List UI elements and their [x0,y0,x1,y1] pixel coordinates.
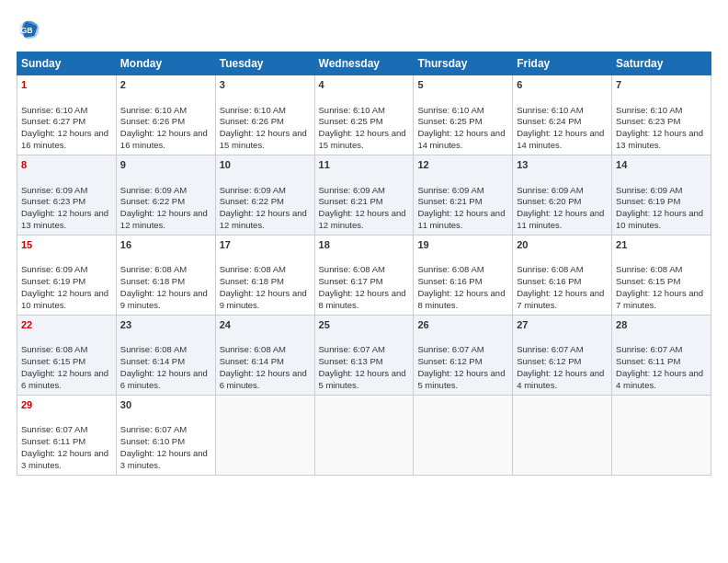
daylight-text: Daylight: 12 hours and 16 minutes. [120,128,208,150]
sunrise-text: Sunrise: 6:07 AM [616,344,682,354]
col-header-wednesday: Wednesday [314,52,414,75]
calendar-cell: 21Sunrise: 6:08 AMSunset: 6:15 PMDayligh… [612,235,711,315]
sunrise-text: Sunrise: 6:08 AM [417,264,483,274]
sunset-text: Sunset: 6:11 PM [21,436,85,446]
sunset-text: Sunset: 6:22 PM [220,196,284,206]
sunset-text: Sunset: 6:15 PM [21,356,85,366]
col-header-saturday: Saturday [612,52,711,75]
day-number: 18 [319,238,410,252]
sunrise-text: Sunrise: 6:08 AM [120,264,187,274]
daylight-text: Daylight: 12 hours and 4 minutes. [616,368,703,390]
day-number: 21 [616,238,707,252]
col-header-tuesday: Tuesday [215,52,314,75]
calendar-cell: 13Sunrise: 6:09 AMSunset: 6:20 PMDayligh… [513,155,612,235]
sunrise-text: Sunrise: 6:08 AM [21,344,87,354]
day-number: 23 [120,318,211,332]
sunset-text: Sunset: 6:25 PM [417,116,482,126]
day-number: 29 [21,398,112,412]
sunset-text: Sunset: 6:11 PM [616,356,680,366]
day-number: 15 [21,238,112,252]
day-number: 25 [319,318,410,332]
daylight-text: Daylight: 12 hours and 11 minutes. [517,208,604,230]
day-number: 10 [220,158,311,172]
day-number: 20 [517,238,608,252]
daylight-text: Daylight: 12 hours and 14 minutes. [417,128,505,150]
sunrise-text: Sunrise: 6:10 AM [319,105,385,115]
sunset-text: Sunset: 6:27 PM [21,116,85,126]
calendar: SundayMondayTuesdayWednesdayThursdayFrid… [17,52,711,476]
daylight-text: Daylight: 12 hours and 13 minutes. [21,208,108,230]
daylight-text: Daylight: 12 hours and 16 minutes. [21,128,108,150]
sunrise-text: Sunrise: 6:08 AM [220,264,286,274]
day-number: 12 [417,158,508,172]
sunrise-text: Sunrise: 6:09 AM [220,185,286,195]
calendar-cell: 23Sunrise: 6:08 AMSunset: 6:14 PMDayligh… [116,315,215,395]
sunrise-text: Sunrise: 6:10 AM [417,105,483,115]
sunset-text: Sunset: 6:18 PM [120,276,185,286]
daylight-text: Daylight: 12 hours and 15 minutes. [220,128,307,150]
daylight-text: Daylight: 12 hours and 6 minutes. [21,368,108,390]
day-number: 19 [417,238,508,252]
calendar-cell: 8Sunrise: 6:09 AMSunset: 6:23 PMDaylight… [17,155,117,235]
sunset-text: Sunset: 6:26 PM [220,116,284,126]
calendar-cell: 7Sunrise: 6:10 AMSunset: 6:23 PMDaylight… [612,75,711,155]
daylight-text: Daylight: 12 hours and 8 minutes. [417,288,505,310]
page: GB SundayMondayTuesdayWednesdayThursdayF… [0,0,728,563]
calendar-cell [215,395,314,475]
svg-text:GB: GB [20,26,32,35]
calendar-cell: 12Sunrise: 6:09 AMSunset: 6:21 PMDayligh… [414,155,513,235]
logo-icon: GB [17,17,42,42]
daylight-text: Daylight: 12 hours and 12 minutes. [120,208,208,230]
sunrise-text: Sunrise: 6:10 AM [120,105,187,115]
sunset-text: Sunset: 6:16 PM [517,276,581,286]
day-number: 3 [220,78,311,92]
day-number: 28 [616,318,707,332]
sunset-text: Sunset: 6:18 PM [220,276,284,286]
calendar-cell [612,395,711,475]
calendar-cell [314,395,414,475]
calendar-cell: 18Sunrise: 6:08 AMSunset: 6:17 PMDayligh… [314,235,414,315]
daylight-text: Daylight: 12 hours and 4 minutes. [517,368,604,390]
sunrise-text: Sunrise: 6:09 AM [21,264,87,274]
sunrise-text: Sunrise: 6:10 AM [517,105,583,115]
calendar-week-5: 29Sunrise: 6:07 AMSunset: 6:11 PMDayligh… [17,395,711,475]
daylight-text: Daylight: 12 hours and 12 minutes. [319,208,406,230]
daylight-text: Daylight: 12 hours and 9 minutes. [220,288,307,310]
daylight-text: Daylight: 12 hours and 9 minutes. [120,288,208,310]
calendar-cell: 15Sunrise: 6:09 AMSunset: 6:19 PMDayligh… [17,235,117,315]
day-number: 9 [120,158,211,172]
sunrise-text: Sunrise: 6:09 AM [517,185,583,195]
calendar-cell: 30Sunrise: 6:07 AMSunset: 6:10 PMDayligh… [116,395,215,475]
day-number: 6 [517,78,608,92]
day-number: 8 [21,158,112,172]
daylight-text: Daylight: 12 hours and 15 minutes. [319,128,406,150]
daylight-text: Daylight: 12 hours and 7 minutes. [517,288,604,310]
calendar-cell: 28Sunrise: 6:07 AMSunset: 6:11 PMDayligh… [612,315,711,395]
sunset-text: Sunset: 6:15 PM [616,276,680,286]
calendar-cell [513,395,612,475]
sunrise-text: Sunrise: 6:10 AM [21,105,87,115]
sunset-text: Sunset: 6:12 PM [417,356,482,366]
sunrise-text: Sunrise: 6:07 AM [120,424,187,434]
day-number: 4 [319,78,410,92]
calendar-cell: 17Sunrise: 6:08 AMSunset: 6:18 PMDayligh… [215,235,314,315]
daylight-text: Daylight: 12 hours and 5 minutes. [319,368,406,390]
day-number: 1 [21,78,112,92]
calendar-cell: 27Sunrise: 6:07 AMSunset: 6:12 PMDayligh… [513,315,612,395]
sunset-text: Sunset: 6:24 PM [517,116,581,126]
day-number: 13 [517,158,608,172]
daylight-text: Daylight: 12 hours and 13 minutes. [616,128,703,150]
sunset-text: Sunset: 6:25 PM [319,116,383,126]
calendar-header-row: SundayMondayTuesdayWednesdayThursdayFrid… [17,52,711,75]
sunset-text: Sunset: 6:21 PM [417,196,482,206]
sunrise-text: Sunrise: 6:09 AM [319,185,385,195]
daylight-text: Daylight: 12 hours and 7 minutes. [616,288,703,310]
daylight-text: Daylight: 12 hours and 14 minutes. [517,128,604,150]
day-number: 2 [120,78,211,92]
sunrise-text: Sunrise: 6:09 AM [616,185,682,195]
daylight-text: Daylight: 12 hours and 3 minutes. [120,448,208,470]
sunset-text: Sunset: 6:23 PM [21,196,85,206]
calendar-cell: 19Sunrise: 6:08 AMSunset: 6:16 PMDayligh… [414,235,513,315]
day-number: 11 [319,158,410,172]
sunset-text: Sunset: 6:19 PM [21,276,85,286]
